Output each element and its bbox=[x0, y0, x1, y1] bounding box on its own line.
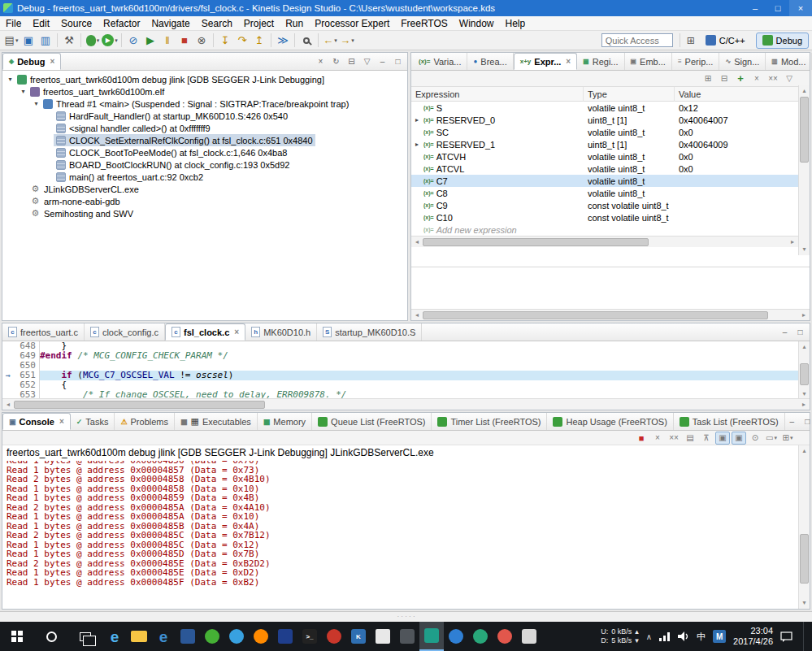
ime-language-icon[interactable]: 中 bbox=[697, 631, 706, 643]
scroll-right-icon[interactable]: ▸ bbox=[798, 311, 810, 319]
collapse-all-button[interactable]: ⊟ bbox=[717, 72, 732, 85]
column-type[interactable]: Type bbox=[584, 87, 675, 102]
scroll-up-icon[interactable]: ▴ bbox=[799, 85, 810, 97]
terminate-button[interactable]: ■ bbox=[176, 33, 193, 49]
editor-hscrollbar[interactable]: ◂ ▸ bbox=[2, 398, 810, 410]
taskbar-app-app-teal-circle[interactable] bbox=[468, 622, 493, 651]
tab-memory[interactable]: ▦Memory bbox=[258, 413, 312, 430]
taskbar-app-app-navy-square[interactable] bbox=[273, 622, 297, 651]
collapse-all-button[interactable]: ⊟ bbox=[345, 57, 358, 66]
tab-timer-list[interactable]: Timer List (FreeRTOS) bbox=[432, 413, 547, 430]
taskbar-app-internet-explorer[interactable]: e bbox=[151, 622, 176, 651]
terminate-button[interactable]: ■ bbox=[634, 432, 649, 445]
save-all-button[interactable]: ▥ bbox=[37, 33, 54, 49]
tree-expander-icon[interactable]: ▸ bbox=[413, 116, 421, 124]
tree-item-frame[interactable]: CLOCK_BootToPeeMode() at fsl_clock.c:1,6… bbox=[2, 146, 407, 158]
minimize-view-button[interactable]: – bbox=[778, 328, 792, 336]
start-button[interactable] bbox=[0, 622, 34, 651]
step-return-button[interactable]: ↥ bbox=[251, 33, 267, 49]
search-button[interactable] bbox=[298, 33, 315, 49]
taskbar-app-app-orange-circle[interactable] bbox=[249, 622, 273, 651]
taskbar-app-app-blue-square[interactable] bbox=[176, 622, 200, 651]
build-button[interactable]: ⚒ bbox=[61, 33, 77, 49]
taskbar-app-chrome[interactable] bbox=[493, 622, 517, 651]
run-button[interactable]: ▶▾ bbox=[102, 33, 118, 49]
tab-startup-mk60d10-s[interactable]: Sstartup_MK60D10.S bbox=[317, 323, 422, 341]
perspective-debug-button[interactable]: Debug bbox=[756, 33, 809, 49]
tab-debug-view[interactable]: ◈ Debug × bbox=[2, 53, 61, 70]
expression-row[interactable]: ▸(x)=RESERVED_1 uint8_t [1] 0x40064009 bbox=[411, 138, 798, 150]
taskbar-app-app-k-square[interactable]: K bbox=[346, 622, 371, 651]
maximize-view-button[interactable]: □ bbox=[801, 417, 812, 426]
expression-row[interactable]: ▸(x)=RESERVED_0 uint8_t [1] 0x40064007 bbox=[411, 114, 798, 126]
view-menu-button[interactable]: ▽ bbox=[360, 57, 374, 66]
scroll-left-icon[interactable]: ◂ bbox=[2, 401, 14, 408]
tab-tasks[interactable]: ✓Tasks bbox=[71, 413, 115, 430]
back-button[interactable]: ←▾ bbox=[322, 33, 338, 49]
tree-expander-icon[interactable]: ▾ bbox=[32, 100, 41, 107]
debug-button[interactable]: ▾ bbox=[85, 33, 101, 49]
editor-vscrollbar[interactable]: ▴ ▾ bbox=[798, 341, 810, 400]
tree-expander-icon[interactable]: ▾ bbox=[19, 88, 28, 95]
scrollbar-thumb[interactable] bbox=[14, 401, 265, 409]
tree-item-frame-selected[interactable]: CLOCK_SetExternalRefClkConfig() at fsl_c… bbox=[2, 134, 407, 146]
tab-mk60d10-h[interactable]: hMK60D10.h bbox=[245, 323, 317, 341]
taskbar-app-app-light-square[interactable] bbox=[517, 622, 541, 651]
expression-row[interactable]: (x)=C10 const volatile uint8_t bbox=[411, 211, 798, 224]
menu-source[interactable]: Source bbox=[55, 18, 98, 29]
window-resize-grip[interactable]: · · · · · bbox=[0, 611, 812, 622]
remove-launch-button[interactable]: × bbox=[650, 432, 665, 445]
scroll-down-icon[interactable]: ▾ bbox=[799, 597, 810, 609]
hidden-icons-chevron[interactable]: ∧ bbox=[646, 632, 652, 641]
open-console-button[interactable]: ⊞▾ bbox=[780, 432, 795, 445]
taskbar-app-kinetis-design-studio[interactable] bbox=[419, 622, 444, 651]
tree-item-thread[interactable]: ▾ Thread #1 <main> (Suspended : Signal :… bbox=[2, 98, 407, 110]
show-desktop-button[interactable] bbox=[803, 622, 807, 651]
maximize-view-button[interactable]: □ bbox=[793, 328, 807, 336]
tab-peripherals[interactable]: ≡Perip... bbox=[672, 53, 720, 70]
notification-center-icon[interactable] bbox=[780, 631, 792, 642]
instruction-stepping-button[interactable]: ≫ bbox=[275, 33, 291, 49]
menu-freertos[interactable]: FreeRTOS bbox=[395, 18, 454, 29]
add-expression-row[interactable]: (x)=Add new expression bbox=[411, 224, 798, 236]
close-icon[interactable]: × bbox=[566, 57, 571, 66]
minimize-view-button[interactable]: – bbox=[785, 417, 799, 426]
tab-registers[interactable]: ▦Regi... bbox=[577, 53, 624, 70]
scrollbar-thumb[interactable] bbox=[423, 311, 768, 319]
volume-icon[interactable] bbox=[678, 631, 689, 641]
horizontal-sash[interactable] bbox=[2, 321, 810, 323]
expression-row[interactable]: (x)=ATCVH volatile uint8_t 0x0 bbox=[411, 150, 798, 163]
taskbar-app-app-gray-square[interactable] bbox=[395, 622, 419, 651]
tree-item-frame[interactable]: <signal handler called>() at 0xfffffff9 bbox=[2, 122, 407, 134]
scroll-down-icon[interactable]: ▾ bbox=[799, 244, 810, 255]
save-button[interactable]: ▣ bbox=[20, 33, 37, 49]
tree-item-elf[interactable]: ▾ freertos_uart_twrk60d100m.elf bbox=[2, 85, 407, 98]
scroll-left-icon[interactable]: ◂ bbox=[411, 238, 423, 245]
horizontal-sash[interactable] bbox=[2, 410, 810, 412]
console-output[interactable]: freertos_uart_twrk60d100m debug jlink [G… bbox=[2, 445, 798, 609]
close-window-button[interactable]: × bbox=[789, 0, 812, 16]
tree-item-process[interactable]: ⚙arm-none-eabi-gdb bbox=[2, 195, 407, 207]
tab-embedded[interactable]: ▣Emb... bbox=[625, 53, 672, 70]
menu-search[interactable]: Search bbox=[196, 18, 238, 29]
remove-all-terminated-button[interactable]: × bbox=[314, 57, 328, 66]
network-speed-monitor[interactable]: U:0 kB/s▴ D:5 kB/s▾ bbox=[601, 627, 639, 645]
suspend-button[interactable]: ‖ bbox=[159, 33, 176, 49]
new-wizard-button[interactable]: ▤▾ bbox=[3, 33, 20, 49]
step-into-button[interactable]: ↧ bbox=[217, 33, 233, 49]
column-value[interactable]: Value bbox=[675, 87, 810, 102]
menu-project[interactable]: Project bbox=[238, 18, 280, 29]
expression-row[interactable]: (x)=C8 volatile uint8_t bbox=[411, 187, 798, 199]
tab-breakpoints[interactable]: ●Brea... bbox=[467, 53, 513, 70]
menu-refactor[interactable]: Refactor bbox=[98, 18, 145, 29]
tab-fsl-clock-c[interactable]: cfsl_clock.c× bbox=[165, 323, 245, 341]
tree-item-frame[interactable]: BOARD_BootClockRUN() at clock_config.c:1… bbox=[2, 158, 407, 171]
taskbar-clock[interactable]: 23:04 2017/4/26 bbox=[733, 626, 773, 647]
tab-console[interactable]: ▣Console× bbox=[2, 413, 71, 430]
tree-expander-icon[interactable]: ▾ bbox=[6, 76, 15, 83]
code-editor[interactable]: 648 649 650 →651 652 653 } #endif /* MCG… bbox=[2, 341, 810, 398]
tab-task-list[interactable]: Task List (FreeRTOS) bbox=[674, 413, 785, 430]
remove-expression-button[interactable]: × bbox=[749, 72, 764, 85]
close-icon[interactable]: × bbox=[50, 57, 54, 66]
tree-item-process[interactable]: ⚙Semihosting and SWV bbox=[2, 207, 407, 219]
